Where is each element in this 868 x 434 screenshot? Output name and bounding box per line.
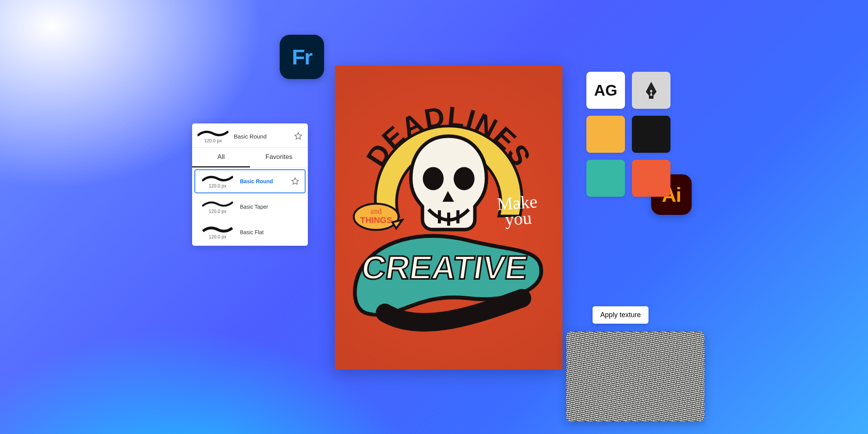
svg-text:and: and <box>371 207 382 215</box>
brush-item-size: 120.0 px <box>209 183 226 189</box>
brush-item-size: 120.0 px <box>209 209 226 214</box>
brush-item-size: 120.0 px <box>209 234 226 240</box>
svg-point-1 <box>423 167 444 190</box>
apply-texture-label: Apply texture <box>600 311 641 319</box>
favorite-star-icon[interactable] <box>291 177 299 186</box>
poster-band-icon: CREATIVE <box>352 225 545 333</box>
svg-text:CREATIVE: CREATIVE <box>360 249 530 286</box>
texture-preview[interactable] <box>566 332 704 421</box>
tab-favorites[interactable]: Favorites <box>250 148 308 167</box>
pen-nib-icon <box>641 80 661 100</box>
brush-item-label: Basic Flat <box>240 229 263 235</box>
brush-panel-header: 120.0 px Basic Round <box>192 123 308 148</box>
brush-tabs: All Favorites <box>192 148 308 168</box>
color-swatch-teal[interactable] <box>586 160 625 197</box>
pen-tool-swatch[interactable] <box>632 72 670 109</box>
poster-artwork: DEADLINES and THINGS Make you CREATIVE <box>335 66 562 370</box>
type-sample-swatch[interactable]: AG <box>586 72 625 109</box>
fresco-app-icon[interactable]: Fr <box>280 35 324 79</box>
fresco-label: Fr <box>292 44 312 69</box>
brush-item-basic-flat[interactable]: 120.0 px Basic Flat <box>194 220 306 244</box>
skull-icon <box>406 133 491 233</box>
color-swatch-yellow[interactable] <box>586 116 625 153</box>
svg-point-10 <box>650 90 652 92</box>
brush-item-basic-round[interactable]: 120.0 px Basic Round <box>194 169 306 193</box>
brush-item-label: Basic Taper <box>240 204 268 210</box>
brush-item-basic-taper[interactable]: 120.0 px Basic Taper <box>194 195 306 219</box>
svg-point-2 <box>454 167 475 190</box>
brush-stroke-preview-icon <box>202 225 233 233</box>
tab-all[interactable]: All <box>192 148 250 167</box>
brush-header-size: 120.0 px <box>204 138 222 144</box>
brush-item-label: Basic Round <box>240 178 273 184</box>
type-sample-label: AG <box>594 82 617 99</box>
svg-rect-11 <box>649 96 654 99</box>
favorite-star-icon[interactable] <box>294 132 302 140</box>
apply-texture-button[interactable]: Apply texture <box>593 306 648 324</box>
svg-text:THINGS: THINGS <box>360 215 392 225</box>
brush-stroke-preview-icon <box>202 174 233 182</box>
swatch-grid: AG <box>586 72 670 197</box>
brush-header-name: Basic Round <box>234 133 267 140</box>
brush-list: 120.0 px Basic Round 120.0 px Basic Tape… <box>192 169 308 244</box>
brush-stroke-preview-icon <box>202 199 233 208</box>
color-swatch-orange[interactable] <box>632 160 670 197</box>
brush-panel: 120.0 px Basic Round All Favorites 120.0… <box>192 123 308 246</box>
brush-stroke-preview-icon <box>198 129 228 137</box>
color-swatch-black[interactable] <box>632 116 670 153</box>
